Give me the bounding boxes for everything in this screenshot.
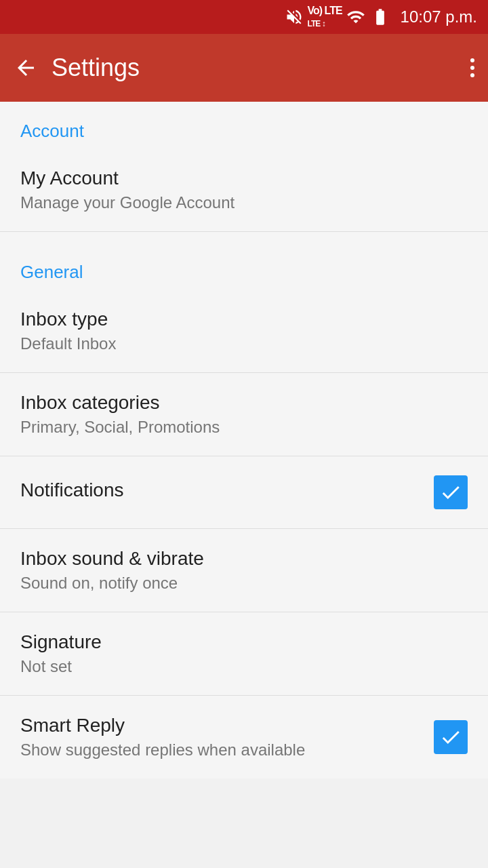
settings-item-notifications[interactable]: Notifications [0, 456, 488, 529]
smart-reply-title: Smart Reply [20, 715, 434, 736]
notifications-checkbox[interactable] [434, 475, 468, 509]
inbox-sound-title: Inbox sound & vibrate [20, 548, 468, 570]
my-account-title: My Account [20, 167, 468, 189]
notifications-title: Notifications [20, 479, 434, 501]
my-account-subtitle: Manage your Google Account [20, 193, 468, 212]
mute-icon [285, 7, 304, 26]
settings-item-inbox-categories[interactable]: Inbox categories Primary, Social, Promot… [0, 373, 488, 456]
smart-reply-checkbox[interactable] [434, 720, 468, 754]
toolbar-title: Settings [52, 54, 470, 82]
status-icons: Vo) LTELTE ↕ 10:07 p.m. [285, 5, 477, 29]
network-label: Vo) LTELTE ↕ [308, 5, 342, 29]
inbox-categories-subtitle: Primary, Social, Promotions [20, 418, 468, 437]
settings-item-inbox-type[interactable]: Inbox type Default Inbox [0, 290, 488, 373]
smart-reply-subtitle: Show suggested replies when available [20, 741, 434, 760]
signature-subtitle: Not set [20, 657, 468, 676]
more-options-button[interactable] [470, 58, 474, 77]
inbox-type-subtitle: Default Inbox [20, 334, 468, 353]
section-header-general: General [0, 243, 488, 290]
settings-item-smart-reply[interactable]: Smart Reply Show suggested replies when … [0, 696, 488, 778]
inbox-type-title: Inbox type [20, 309, 468, 330]
inbox-categories-title: Inbox categories [20, 392, 468, 414]
settings-content: Account My Account Manage your Google Ac… [0, 102, 488, 778]
battery-icon [369, 7, 391, 26]
section-spacer-general [0, 232, 488, 243]
section-header-account: Account [0, 102, 488, 149]
status-time: 10:07 p.m. [401, 7, 477, 26]
signature-title: Signature [20, 631, 468, 653]
inbox-sound-subtitle: Sound on, notify once [20, 574, 468, 593]
settings-item-signature[interactable]: Signature Not set [0, 612, 488, 696]
settings-item-my-account[interactable]: My Account Manage your Google Account [0, 149, 488, 232]
toolbar: Settings [0, 34, 488, 102]
signal-icon [346, 7, 365, 26]
status-bar: Vo) LTELTE ↕ 10:07 p.m. [0, 0, 488, 34]
back-button[interactable] [14, 56, 38, 80]
settings-item-inbox-sound[interactable]: Inbox sound & vibrate Sound on, notify o… [0, 529, 488, 612]
